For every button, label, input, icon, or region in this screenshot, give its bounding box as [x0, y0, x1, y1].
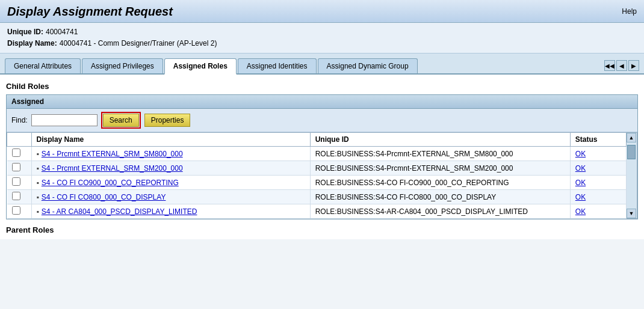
role-display-link[interactable]: S4 - CO FI CO800_000_CO_DISPLAY: [42, 193, 166, 201]
role-display-link[interactable]: S4 - Prcmnt EXTERNAL_SRM_SM800_000: [42, 150, 183, 158]
search-btn-highlight: Search: [101, 112, 141, 129]
row-checkbox[interactable]: [12, 177, 20, 186]
display-name-value: 40004741 - Comm Designer/Trainer (AP-Lev…: [60, 38, 217, 49]
scroll-down-button[interactable]: ▼: [627, 209, 636, 218]
row-bullet-icon: ▪: [37, 193, 39, 201]
parent-roles-heading: Parent Roles: [6, 225, 638, 234]
find-label: Find:: [11, 116, 28, 124]
unique-id-value: 40004741: [46, 26, 78, 38]
row-bullet-icon: ▪: [37, 164, 39, 173]
assigned-toolbar: Find: Search Properties: [7, 109, 637, 132]
table-scroll-wrapper: Display Name Unique ID Status ▪S4 - Prcm…: [7, 132, 637, 219]
tab-assigned-identities[interactable]: Assigned Identities: [238, 58, 317, 73]
role-uid: ROLE:BUSINESS:S4-Prcmnt-EXTERNAL_SRM_SM2…: [310, 161, 570, 176]
assigned-box: Assigned Find: Search Properties Display…: [6, 94, 638, 219]
table-row: ▪S4 - Prcmnt EXTERNAL_SRM_SM800_000ROLE:…: [7, 147, 627, 161]
row-checkbox[interactable]: [12, 163, 20, 171]
role-uid: ROLE:BUSINESS:S4-CO FI-CO900_000_CO_REPO…: [310, 176, 570, 190]
row-checkbox[interactable]: [12, 192, 20, 200]
col-header-checkbox: [7, 133, 32, 147]
roles-table-container: Display Name Unique ID Status ▪S4 - Prcm…: [7, 132, 627, 219]
tab-assigned-dynamic-group[interactable]: Assigned Dynamic Group: [318, 58, 418, 73]
tab-assigned-roles[interactable]: Assigned Roles: [164, 58, 237, 75]
table-scrollbar: ▲ ▼: [627, 132, 637, 219]
help-link[interactable]: Help: [622, 5, 637, 16]
row-bullet-icon: ▪: [37, 179, 39, 187]
tabs-container: General Attributes Assigned Privileges A…: [0, 54, 644, 75]
tab-assigned-privileges[interactable]: Assigned Privileges: [82, 58, 163, 73]
scroll-thumb: [627, 145, 636, 159]
col-header-display: Display Name: [31, 133, 310, 147]
page-header: Display Assignment Request Help: [0, 0, 644, 23]
role-uid: ROLE:BUSINESS:S4-Prcmnt-EXTERNAL_SRM_SM8…: [310, 147, 570, 161]
scroll-up-button[interactable]: ▲: [627, 133, 636, 142]
unique-id-label: Unique ID:: [7, 26, 43, 38]
tab-prev-button[interactable]: ◀: [616, 60, 627, 71]
tab-general-attributes[interactable]: General Attributes: [5, 58, 81, 73]
status-badge[interactable]: OK: [575, 193, 586, 201]
status-badge[interactable]: OK: [575, 179, 586, 187]
tab-next-button[interactable]: ▶: [628, 60, 639, 71]
page-title: Display Assignment Request: [7, 5, 173, 19]
role-display-link[interactable]: S4 - Prcmnt EXTERNAL_SRM_SM200_000: [42, 164, 183, 173]
role-uid: ROLE:BUSINESS:S4-CO FI-CO800_000_CO_DISP…: [310, 190, 570, 204]
role-display-link[interactable]: S4 - CO FI CO900_000_CO_REPORTING: [42, 179, 179, 187]
status-badge[interactable]: OK: [575, 207, 586, 216]
row-checkbox[interactable]: [12, 148, 20, 157]
table-row: ▪S4 - Prcmnt EXTERNAL_SRM_SM200_000ROLE:…: [7, 161, 627, 176]
table-row: ▪S4 - CO FI CO800_000_CO_DISPLAYROLE:BUS…: [7, 190, 627, 204]
row-bullet-icon: ▪: [37, 150, 39, 158]
status-badge[interactable]: OK: [575, 150, 586, 158]
meta-info: Unique ID: 40004741 Display Name: 400047…: [0, 23, 644, 54]
table-row: ▪S4 - CO FI CO900_000_CO_REPORTINGROLE:B…: [7, 176, 627, 190]
row-bullet-icon: ▪: [37, 207, 39, 216]
assigned-box-header: Assigned: [7, 95, 637, 109]
status-badge[interactable]: OK: [575, 164, 586, 173]
display-name-label: Display Name:: [7, 38, 57, 49]
main-content: Child Roles Assigned Find: Search Proper…: [0, 75, 644, 239]
role-display-link[interactable]: S4 - AR CA804_000_PSCD_DISPLAY_LIMITED: [42, 207, 197, 216]
table-row: ▪S4 - AR CA804_000_PSCD_DISPLAY_LIMITEDR…: [7, 204, 627, 219]
row-checkbox[interactable]: [12, 206, 20, 215]
col-header-status: Status: [570, 133, 626, 147]
scroll-track: [627, 142, 637, 209]
tab-nav-buttons: ◀◀ ◀ ▶: [604, 60, 639, 73]
tab-first-button[interactable]: ◀◀: [604, 60, 615, 71]
search-button[interactable]: Search: [103, 114, 139, 127]
child-roles-heading: Child Roles: [6, 82, 638, 91]
role-uid: ROLE:BUSINESS:S4-AR-CA804_000_PSCD_DISPL…: [310, 204, 570, 219]
roles-table: Display Name Unique ID Status ▪S4 - Prcm…: [7, 132, 627, 219]
col-header-uid: Unique ID: [310, 133, 570, 147]
properties-button[interactable]: Properties: [144, 114, 191, 127]
find-input[interactable]: [31, 114, 98, 126]
